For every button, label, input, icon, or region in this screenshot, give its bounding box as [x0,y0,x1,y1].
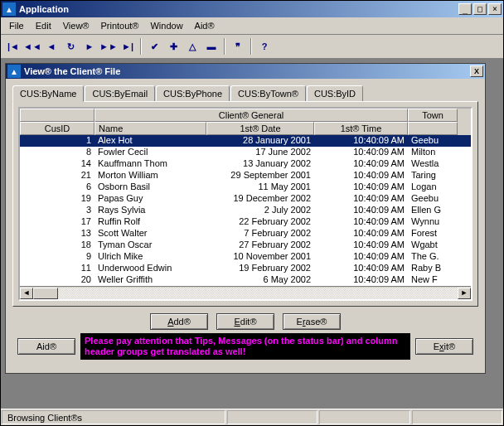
toolbar-separator [140,38,142,55]
scroll-thumb[interactable] [33,288,58,299]
col-town[interactable] [408,122,458,135]
child-icon: ▲ [7,65,21,78]
toolbar-separator [224,38,225,55]
status-bar: Browsing Client®s [1,409,503,425]
check-icon[interactable]: ✔ [145,37,163,56]
application-window: ▲ Application _ □ × File Edit View® Prin… [0,0,504,426]
col-group-spacer [20,109,94,122]
quote-icon[interactable]: ❞ [229,37,247,56]
aid-button[interactable]: Aid® [17,338,75,355]
nav-last-icon[interactable]: ►| [119,37,137,56]
horizontal-scrollbar[interactable]: ◄ ► [20,286,471,299]
table-row[interactable]: 21Morton William29 September 200110:40:0… [20,170,471,182]
data-grid[interactable]: Client® General Town CusID Name 1st® Dat… [18,107,472,301]
help-icon[interactable]: ? [255,37,274,56]
app-title: Application [19,4,458,14]
app-icon: ▲ [2,2,16,16]
tab-byemail[interactable]: CUS:ByEmail [85,85,155,101]
tab-bytown[interactable]: CUS:ByTown® [230,85,306,101]
toolbar: |◄ ◄◄ ◄ ↻ ► ►► ►| ✔ ✚ △ ▬ ❞ ? [1,35,503,59]
table-row[interactable]: 1Alex Hot28 January 200110:40:09 AMGeebu [20,135,471,147]
scroll-right-icon[interactable]: ► [458,288,471,299]
col-cusid[interactable]: CusID [20,122,94,135]
plus-icon[interactable]: ✚ [164,37,182,56]
tab-byphone[interactable]: CUS:ByPhone [156,85,230,101]
col-group-town: Town [408,109,458,122]
menubar: File Edit View® Printout® Window Aid® [1,17,503,35]
bottom-row: Aid® Please pay attention that Tips, Mes… [12,333,478,366]
nav-next-icon[interactable]: ► [80,37,99,56]
table-row[interactable]: 18Tyman Oscar27 February 200210:40:09 AM… [20,240,471,251]
client-file-window: ▲ View® the Client® File X CUS:ByName CU… [5,63,486,374]
table-row[interactable]: 9Ulrich Mike10 November 200110:40:09 AMT… [20,251,471,263]
child-title: View® the Client® File [24,66,470,76]
edit-button[interactable]: Edit® [216,313,274,330]
minimize-button[interactable]: _ [458,3,472,15]
table-row[interactable]: 14Kauffmann Thom13 January 200210:40:09 … [20,158,471,170]
nav-forward-icon[interactable]: ►► [99,37,118,56]
status-panel-3 [319,410,410,424]
close-button[interactable]: × [488,3,502,15]
col-name[interactable]: Name [94,122,206,135]
mdi-workspace: ▲ View® the Client® File X CUS:ByName CU… [1,59,503,409]
child-close-button[interactable]: X [470,65,483,77]
table-row[interactable]: 19Papas Guy19 December 200210:40:09 AMGe… [20,193,471,205]
status-panel-4 [412,410,502,424]
nav-refresh-icon[interactable]: ↻ [61,37,80,56]
nav-first-icon[interactable]: |◄ [4,37,22,56]
maximize-button[interactable]: □ [473,3,487,15]
app-titlebar: ▲ Application _ □ × [1,1,503,17]
table-row[interactable]: 6Osborn Basil11 May 200110:40:09 AMLogan [20,182,471,193]
grid-body[interactable]: 1Alex Hot28 January 200110:40:09 AMGeebu… [20,135,471,286]
col-group-general: Client® General [94,109,408,122]
menu-printout[interactable]: Printout® [95,19,143,32]
table-row[interactable]: 11Underwood Edwin19 February 200210:40:0… [20,263,471,274]
table-row[interactable]: 13Scott Walter7 February 200210:40:09 AM… [20,228,471,240]
menu-file[interactable]: File [4,19,29,32]
scroll-left-icon[interactable]: ◄ [20,288,33,299]
table-row[interactable]: 8Fowler Cecil17 June 200210:40:09 AMMilt… [20,147,471,158]
tab-panel: Client® General Town CusID Name 1st® Dat… [12,101,478,307]
toolbar-separator [250,38,252,55]
menu-edit[interactable]: Edit [31,19,56,32]
col-date[interactable]: 1st® Date [206,122,314,135]
table-row[interactable]: 3Rays Sylvia2 July 200210:40:09 AMEllen … [20,205,471,216]
tab-byname[interactable]: CUS:ByName [12,85,84,102]
col-time[interactable]: 1st® Time [314,122,408,135]
nav-prev-icon[interactable]: ◄ [42,37,61,56]
table-row[interactable]: 17Ruffin Rolf22 February 200210:40:09 AM… [20,216,471,228]
menu-aid[interactable]: Aid® [190,19,220,32]
child-titlebar: ▲ View® the Client® File X [6,64,485,79]
menu-window[interactable]: Window [145,19,187,32]
status-panel-2 [227,410,317,424]
status-text: Browsing Client®s [2,410,225,424]
nav-rewind-icon[interactable]: ◄◄ [23,37,41,56]
crud-button-row: Add® Edit® Erase® [12,307,478,333]
tips-message: Please pay attention that Tips, Messages… [80,333,410,360]
tab-byid[interactable]: CUS:ByID [307,85,363,101]
table-row[interactable]: 20Weller Griffith6 May 200210:40:09 AMNe… [20,274,471,286]
triangle-up-icon[interactable]: △ [183,37,201,56]
scroll-track[interactable] [33,288,458,299]
exit-button[interactable]: Exit® [415,338,473,355]
menu-view[interactable]: View® [58,19,94,32]
tab-strip: CUS:ByName CUS:ByEmail CUS:ByPhone CUS:B… [12,85,478,101]
minus-icon[interactable]: ▬ [202,37,220,56]
add-button[interactable]: Add® [150,313,208,330]
erase-button[interactable]: Erase® [283,313,341,330]
